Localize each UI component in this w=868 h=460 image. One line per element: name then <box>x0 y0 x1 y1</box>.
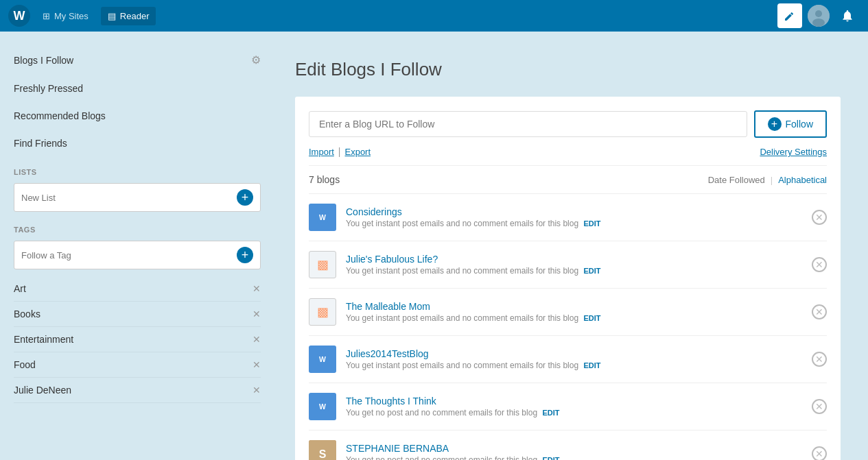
import-link[interactable]: Import <box>309 147 334 157</box>
import-export-row: Import | Export Delivery Settings <box>309 146 827 157</box>
separator: | <box>338 146 341 157</box>
blog-item-julies-fabulous-life: ▩ Julie's Fabulous Life? You get instant… <box>309 241 827 288</box>
blog-info: Considerings You get instant post emails… <box>346 206 804 228</box>
follow-tag-container: + <box>14 241 261 269</box>
blog-desc-text: You get no post and no comment emails fo… <box>346 408 537 417</box>
tag-item-art: Art ✕ <box>14 276 261 302</box>
tag-item-books: Books ✕ <box>14 302 261 327</box>
blog-edit-link[interactable]: EDIT <box>583 314 600 322</box>
blog-edit-link[interactable]: EDIT <box>583 219 600 228</box>
wordpress-icon: W <box>314 209 331 226</box>
sidebar-item-recommended-blogs[interactable]: Recommended Blogs <box>14 102 274 130</box>
sidebar-item-find-friends[interactable]: Find Friends <box>14 130 274 157</box>
export-link[interactable]: Export <box>344 147 371 157</box>
user-avatar[interactable] <box>808 5 830 27</box>
tag-item-food: Food ✕ <box>14 352 261 378</box>
rss-icon: ▩ <box>317 257 329 272</box>
new-list-input[interactable] <box>21 193 237 203</box>
blog-avatar: W <box>309 346 336 373</box>
blog-description: You get no post and no comment emails fo… <box>346 408 804 417</box>
blog-remove-button[interactable]: ✕ <box>812 399 827 414</box>
sidebar-item-blogs-i-follow[interactable]: Blogs I Follow ⚙ <box>14 45 274 75</box>
remove-tag-button[interactable]: ✕ <box>253 308 261 319</box>
page-title: Edit Blogs I Follow <box>295 59 841 80</box>
remove-tag-button[interactable]: ✕ <box>253 283 261 294</box>
blog-desc-text: You get no post and no comment emails fo… <box>346 455 537 460</box>
add-tag-button[interactable]: + <box>237 247 253 263</box>
blog-remove-button[interactable]: ✕ <box>812 446 827 460</box>
new-list-container: + <box>14 183 261 212</box>
blog-edit-link[interactable]: EDIT <box>542 456 559 460</box>
follow-label: Follow <box>786 119 813 130</box>
plus-icon: + <box>768 117 782 131</box>
blogs-header: 7 blogs Date Followed | Alphabetical <box>309 174 827 185</box>
blog-remove-button[interactable]: ✕ <box>812 210 827 225</box>
blog-avatar: ▩ <box>309 251 336 278</box>
svg-text:W: W <box>319 355 326 363</box>
svg-text:W: W <box>319 402 326 411</box>
my-sites-label: My Sites <box>54 11 89 21</box>
blog-description: You get instant post emails and no comme… <box>346 219 804 228</box>
lists-section-title: LISTS <box>14 168 274 176</box>
date-followed-sort[interactable]: Date Followed <box>708 175 765 185</box>
add-list-button[interactable]: + <box>237 189 253 206</box>
blog-name[interactable]: STEPHANIE BERNABA <box>346 443 804 454</box>
blog-name[interactable]: Considerings <box>346 206 804 217</box>
blog-name[interactable]: The Malleable Mom <box>346 301 804 312</box>
tag-label: Art <box>14 283 26 294</box>
reader-button[interactable]: ▤ Reader <box>101 7 156 25</box>
blog-name[interactable]: The Thoughts I Think <box>346 396 804 407</box>
remove-tag-button[interactable]: ✕ <box>253 359 261 370</box>
edit-icon-button[interactable] <box>777 3 802 28</box>
blog-name[interactable]: Julie's Fabulous Life? <box>346 254 804 265</box>
sort-separator: | <box>771 175 773 185</box>
blog-info: STEPHANIE BERNABA You get no post and no… <box>346 443 804 460</box>
pencil-icon <box>784 10 796 22</box>
svg-text:W: W <box>319 213 326 221</box>
remove-tag-button[interactable]: ✕ <box>253 385 261 396</box>
blog-info: The Malleable Mom You get instant post e… <box>346 301 804 323</box>
svg-point-1 <box>815 10 822 17</box>
delivery-settings-link[interactable]: Delivery Settings <box>760 147 827 157</box>
blog-item-malleable-mom: ▩ The Malleable Mom You get instant post… <box>309 288 827 335</box>
my-sites-button[interactable]: ⊞ My Sites <box>36 7 95 25</box>
blog-item-stephanie-bernaba: S STEPHANIE BERNABA You get no post and … <box>309 430 827 460</box>
reader-label: Reader <box>120 11 150 21</box>
delivery-settings-area: Delivery Settings <box>760 146 827 157</box>
alphabetical-sort[interactable]: Alphabetical <box>778 175 827 185</box>
tag-item-entertainment: Entertainment ✕ <box>14 327 261 352</box>
wordpress-icon: W <box>314 351 331 367</box>
blog-url-input[interactable] <box>309 111 747 137</box>
main-content: Edit Blogs I Follow + Follow Import | Ex… <box>274 32 868 460</box>
blog-edit-link[interactable]: EDIT <box>583 361 600 370</box>
blog-avatar: W <box>309 204 336 231</box>
blog-description: You get instant post emails and no comme… <box>346 266 804 276</box>
blog-edit-link[interactable]: EDIT <box>583 267 600 275</box>
blog-name[interactable]: Julies2014TestBlog <box>346 348 804 359</box>
blog-list: W Considerings You get instant post emai… <box>309 193 827 460</box>
svg-point-2 <box>812 19 825 27</box>
blog-avatar: S <box>309 440 336 460</box>
blog-info: Julie's Fabulous Life? You get instant p… <box>346 254 804 276</box>
follow-button[interactable]: + Follow <box>754 110 827 138</box>
follow-tag-input[interactable] <box>21 250 237 261</box>
wordpress-icon: W <box>314 398 331 415</box>
sidebar-nav-label: Recommended Blogs <box>14 110 106 121</box>
main-layout: Blogs I Follow ⚙ Freshly Pressed Recomme… <box>0 32 868 460</box>
blog-remove-button[interactable]: ✕ <box>812 352 827 367</box>
blog-edit-link[interactable]: EDIT <box>542 409 559 417</box>
sidebar-item-freshly-pressed[interactable]: Freshly Pressed <box>14 75 274 102</box>
gear-icon[interactable]: ⚙ <box>251 53 261 66</box>
blog-remove-button[interactable]: ✕ <box>812 257 827 272</box>
remove-tag-button[interactable]: ✕ <box>253 334 261 345</box>
sidebar-nav-label: Freshly Pressed <box>14 83 83 94</box>
blog-avatar: ▩ <box>309 298 336 326</box>
blog-description: You get no post and no comment emails fo… <box>346 455 804 460</box>
tag-label: Julie DeNeen <box>14 385 71 396</box>
custom-avatar: S <box>309 440 336 460</box>
notifications-button[interactable] <box>835 3 860 28</box>
follow-card: + Follow Import | Export Delivery Settin… <box>295 97 841 460</box>
blog-remove-button[interactable]: ✕ <box>812 304 827 319</box>
blog-description: You get instant post emails and no comme… <box>346 313 804 323</box>
blog-item-considerings: W Considerings You get instant post emai… <box>309 193 827 241</box>
